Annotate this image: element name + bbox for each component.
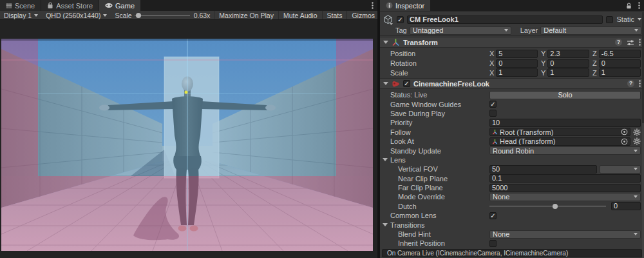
game-panel-menu-icon[interactable]	[368, 0, 377, 11]
inherit-position-label: Inherit Position	[380, 239, 489, 247]
mode-override-dropdown[interactable]: None	[489, 193, 641, 201]
tab-inspector[interactable]: Inspector	[380, 0, 430, 11]
dutch-slider[interactable]	[489, 206, 606, 206]
tab-scene-label: Scene	[15, 2, 35, 10]
guide-right-pink-zone	[336, 39, 373, 176]
component-menu-icon[interactable]	[639, 39, 641, 46]
axis-y-label: Y	[541, 69, 545, 77]
transform-header[interactable]: Transform ?	[380, 37, 644, 48]
foldout-icon[interactable]	[383, 158, 388, 161]
common-lens-row: Common Lens ✓	[380, 211, 644, 220]
rotation-x-field[interactable]: 0	[496, 59, 538, 68]
look-at-label: Look At	[380, 137, 489, 145]
lens-label: Lens	[390, 156, 406, 164]
gameobject-active-checkbox[interactable]: ✓	[397, 16, 404, 23]
game-window-guides-checkbox[interactable]: ✓	[489, 101, 497, 108]
cinemachine-status-bar: On Camera Live (ICinemachineCamera, ICin…	[382, 249, 642, 257]
cinemachine-header[interactable]: ✓ CinemachineFreeLook ?	[380, 78, 644, 89]
object-picker-icon[interactable]	[621, 138, 628, 145]
foldout-icon[interactable]	[383, 82, 388, 85]
inspector-tab-icons	[621, 0, 644, 11]
position-z-field[interactable]: -6.5	[599, 50, 641, 58]
game-panel-tabbar: Scene Asset Store Game	[0, 0, 377, 11]
static-flags-dropdown-icon[interactable]	[638, 18, 641, 21]
save-during-play-label: Save During Play	[380, 110, 489, 117]
common-lens-label: Common Lens	[380, 212, 489, 219]
follow-object-field[interactable]: Root (Transform)	[489, 128, 630, 136]
tag-dropdown[interactable]: Untagged	[410, 26, 511, 35]
stats-label: Stats	[327, 12, 343, 19]
solo-button[interactable]: Solo	[489, 91, 641, 99]
maximize-on-play-label: Maximize On Play	[219, 12, 274, 19]
scale-y-field[interactable]: 1	[547, 68, 589, 77]
chevron-down-icon	[34, 14, 38, 17]
save-during-play-row: Save During Play ✓	[380, 109, 644, 118]
resolution-dropdown[interactable]: QHD (2560x1440)	[42, 11, 111, 19]
component-menu-icon[interactable]	[639, 80, 641, 87]
far-clip-field[interactable]: 5000	[489, 184, 641, 192]
display-dropdown-label: Display 1	[4, 12, 32, 19]
lens-foldout-row[interactable]: Lens	[380, 155, 644, 164]
fov-preset-dropdown[interactable]	[600, 165, 641, 174]
gear-icon[interactable]	[633, 137, 641, 145]
save-during-play-checkbox[interactable]: ✓	[489, 110, 497, 117]
position-row: Position X5 Y2.3 Z-6.5	[380, 49, 644, 59]
transitions-foldout-row[interactable]: Transitions	[380, 220, 644, 229]
asset-store-bag-icon	[47, 2, 53, 9]
axis-z-label: Z	[592, 50, 597, 57]
scale-slider[interactable]	[135, 15, 190, 15]
mute-audio-button[interactable]: Mute Audio	[278, 11, 322, 19]
blend-hint-dropdown[interactable]: None	[489, 230, 641, 239]
help-icon[interactable]: ?	[627, 80, 634, 87]
foldout-icon[interactable]	[383, 223, 388, 226]
scale-z-field[interactable]: 1	[599, 68, 641, 77]
component-enabled-checkbox[interactable]: ✓	[403, 80, 410, 87]
scale-x-field[interactable]: 1	[496, 68, 538, 77]
game-render-viewport[interactable]	[1, 39, 373, 251]
lock-icon[interactable]	[625, 2, 632, 10]
layer-dropdown[interactable]: Default	[540, 26, 641, 35]
inspector-menu-icon[interactable]	[638, 2, 640, 9]
position-y-field[interactable]: 2.3	[547, 50, 589, 58]
dutch-value-field[interactable]: 0	[611, 202, 641, 210]
gizmos-label: Gizmos	[352, 12, 375, 19]
help-icon[interactable]: ?	[615, 39, 622, 46]
far-clip-label: Far Clip Plane	[380, 184, 489, 192]
position-x-field[interactable]: 5	[496, 50, 538, 58]
gameobject-name-field[interactable]: CM FreeLook1	[407, 15, 603, 24]
inspector-tabbar: Inspector	[380, 0, 644, 11]
transform-icon	[392, 38, 400, 46]
tab-scene[interactable]: Scene	[0, 0, 41, 11]
common-lens-checkbox[interactable]: ✓	[489, 212, 497, 219]
dutch-slider-knob[interactable]	[553, 204, 558, 209]
scale-label: Scale	[380, 69, 489, 77]
foldout-icon[interactable]	[383, 41, 388, 44]
display-dropdown[interactable]: Display 1	[0, 11, 42, 19]
tab-asset-store[interactable]: Asset Store	[41, 0, 99, 11]
gear-icon[interactable]	[633, 128, 641, 136]
rotation-y-field[interactable]: 0	[547, 59, 589, 68]
stats-button[interactable]: Stats	[322, 11, 347, 19]
object-picker-icon[interactable]	[621, 128, 628, 135]
maximize-on-play-button[interactable]: Maximize On Play	[214, 11, 278, 19]
inherit-position-checkbox[interactable]: ✓	[489, 240, 497, 247]
axis-x-label: X	[489, 59, 494, 67]
rotation-z-field[interactable]: 0	[599, 59, 641, 68]
near-clip-field[interactable]: 0.1	[489, 174, 641, 183]
presets-icon[interactable]	[627, 39, 634, 46]
look-at-object-field[interactable]: Head (Transform)	[489, 137, 630, 146]
gameobject-cube-icon[interactable]	[383, 14, 393, 25]
rotation-label: Rotation	[380, 59, 489, 67]
guide-left-pink-zone	[1, 39, 38, 176]
static-checkbox[interactable]: ✓	[606, 16, 613, 23]
priority-field[interactable]: 10	[489, 119, 641, 127]
vertical-fov-label: Vertical FOV	[380, 165, 489, 173]
vertical-fov-field[interactable]: 50	[489, 165, 597, 174]
status-live-label: Status: Live	[380, 91, 489, 99]
transform-component: Transform ? Position	[380, 37, 644, 79]
standby-update-dropdown[interactable]: Round Robin	[489, 146, 641, 155]
tab-game[interactable]: Game	[99, 0, 140, 11]
unity-editor-window: Scene Asset Store Game	[0, 0, 644, 258]
tracking-target-dot	[185, 91, 188, 94]
scale-slider-knob[interactable]	[136, 13, 141, 18]
